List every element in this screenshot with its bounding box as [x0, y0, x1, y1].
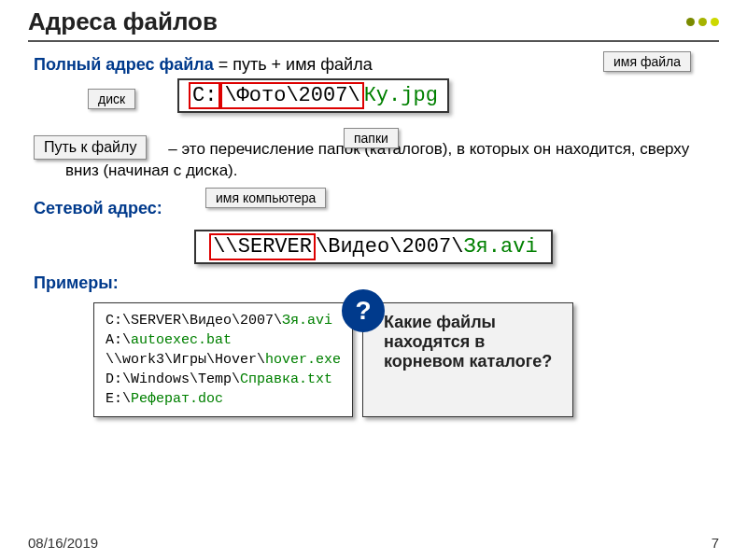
ex2-file: autoexec.bat [131, 332, 232, 348]
ex2-path: A:\ [106, 332, 131, 348]
net-address-label: Сетевой адрес: [34, 199, 162, 218]
tag-computer-name: имя компьютера [205, 188, 326, 208]
ex5-path: E:\ [106, 391, 131, 407]
path-file: Ку.jpg [364, 84, 438, 107]
examples-code-box: C:\SERVER\Видео\2007\Зя.avi A:\autoexec.… [93, 302, 353, 417]
tag-path-term: Путь к файлу [34, 135, 147, 160]
page-title: Адреса файлов [28, 7, 686, 36]
ex5-file: Реферат.doc [131, 391, 223, 407]
question-mark-icon: ? [342, 289, 385, 332]
footer-page: 7 [712, 535, 719, 551]
question-box: Какие файлы находятся в корневом каталог… [362, 302, 573, 417]
full-address-term: Полный адрес файла [34, 55, 214, 74]
tag-folders: папки [344, 128, 399, 148]
examples-label: Примеры: [34, 273, 719, 293]
tag-disk: диск [88, 89, 135, 109]
ex4-path: D:\Windows\Temp\ [106, 371, 240, 387]
ex3-path: \\work3\Игры\Hover\ [106, 352, 265, 368]
path-folders: \Фото\2007\ [220, 82, 363, 109]
ex4-file: Справка.txt [240, 371, 332, 387]
ex1-path: C:\SERVER\Видео\2007\ [106, 313, 282, 329]
net-file: Зя.avi [463, 235, 537, 259]
decorative-dots [686, 18, 719, 26]
local-path-box: C:\Фото\2007\Ку.jpg [177, 78, 449, 113]
ex1-file: Зя.avi [282, 313, 332, 329]
path-drive: C: [189, 82, 220, 109]
footer-date: 08/16/2019 [28, 535, 98, 551]
network-path-box: \\SERVER\Видео\2007\Зя.avi [194, 230, 552, 264]
ex3-file: hover.exe [265, 352, 341, 368]
net-folders: \Видео\2007\ [316, 235, 463, 259]
full-address-rest: = путь + имя файла [214, 55, 373, 74]
tag-filename: имя файла [603, 51, 691, 72]
net-server: \\SERVER [209, 233, 316, 260]
